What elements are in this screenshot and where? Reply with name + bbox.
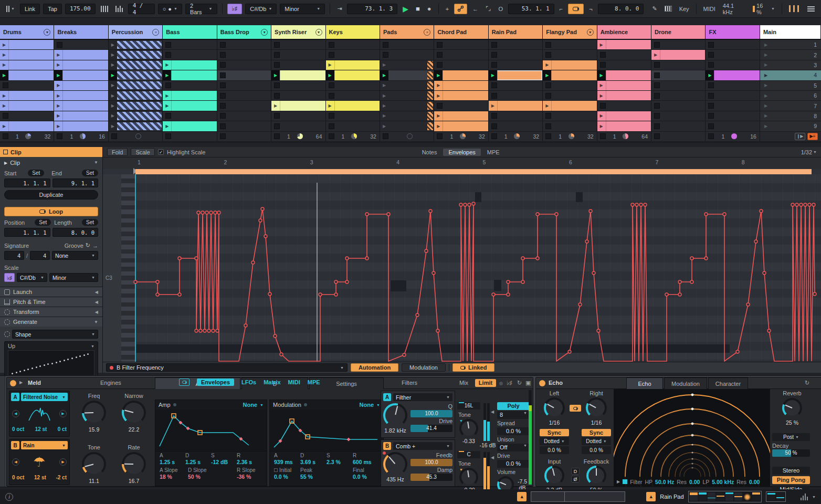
key-map-button[interactable]: Key [677,4,691,14]
clip-playing-icon[interactable]: ▶ [271,70,280,80]
amp-r-slope[interactable]: -36 % [237,474,262,480]
shape-type-menu[interactable]: Up [8,343,15,349]
clip-slot[interactable] [489,50,543,60]
clip-slot[interactable]: ▶ [489,70,543,80]
clip-tab[interactable]: Clip [0,147,102,157]
clip-slot[interactable]: ▶ [0,91,54,101]
clip-slot[interactable]: ▶ [380,101,434,111]
re-enable-automation-icon[interactable]: ← [470,4,480,14]
clip-play-icon[interactable]: ▶ [163,91,171,100]
play-button[interactable]: ▶ [401,4,410,14]
clip-slot[interactable] [434,50,488,60]
engine-a-menu[interactable]: Filtered Noise▼ [21,393,68,401]
scene-play-icon[interactable]: ▶ [764,52,767,57]
clip-slot[interactable] [217,70,271,80]
clip-slot[interactable]: ▶ [109,40,163,50]
clip-play-icon[interactable]: ▶ [54,81,62,90]
echo-mode-stereo[interactable]: Stereo [772,467,810,475]
mod-decay[interactable]: 3.69 s [300,459,327,465]
echo-right-sync[interactable]: Sync [582,429,611,436]
engine-b-menu[interactable]: Rain▼ [21,441,68,449]
clip-slot[interactable]: ▶ [434,70,488,80]
clip-play-icon[interactable]: ▶ [109,91,117,100]
track-header-synth-riser[interactable]: Synth Riser▼ [271,25,325,40]
clip-slot[interactable]: ▶ [163,101,217,111]
clip-slot[interactable] [651,70,706,80]
scale-mode-icon[interactable]: ♭♯ [227,4,243,14]
clip-play-icon[interactable]: ▶ [109,81,117,90]
scene-row-5[interactable]: ▶5 [760,81,821,91]
clip-play-icon[interactable]: ▶ [543,101,551,110]
meld-on-off[interactable] [10,380,16,386]
clip-slot[interactable]: ▶ [54,101,108,111]
echo-hp-res[interactable]: 0.00 [689,479,700,485]
clip-play-icon[interactable]: ▶ [434,81,443,90]
duplicate-button[interactable]: Duplicate [4,190,98,200]
tap-tempo-button[interactable]: Tap [43,4,62,14]
clip-section-header[interactable]: ▶Clip▼ [0,157,102,169]
clip-slot[interactable] [326,121,380,131]
clip-slot[interactable] [271,81,325,91]
track-header-bass-drop[interactable]: Bass Drop▼ [217,25,271,40]
clip-scale-icon[interactable]: ♭♯ [4,273,15,282]
clip-playing-icon[interactable]: ▶ [543,70,551,80]
computer-midi-keyboard-icon[interactable] [662,4,674,14]
clip-slot[interactable] [597,50,651,60]
clip-slot[interactable]: ▶ [109,121,163,131]
clip-slot[interactable] [543,50,597,60]
filter-a-freq-knob[interactable] [383,403,407,427]
mod-final[interactable]: 0.0 % [353,474,379,480]
clip-playing-icon[interactable]: ▶ [326,70,334,80]
mod-release[interactable]: 600 ms [353,459,379,465]
cpu-meter[interactable]: 16 %▼ [751,4,777,14]
amp-d-slope[interactable]: 50 % [188,474,216,480]
main-track-header[interactable]: Main [760,25,821,40]
mix-b-meter[interactable] [483,452,490,490]
clip-play-icon[interactable]: ▶ [0,60,8,70]
clip-slot[interactable] [380,40,434,50]
stop-all-clips-button[interactable]: ❙▶ [795,133,805,140]
scene-row-7[interactable]: ▶7 [760,101,821,111]
clip-slot[interactable] [217,101,271,111]
device-view-toggle[interactable]: ▲ [646,492,656,501]
tempo-field[interactable]: 175.00 [65,4,96,14]
clip-play-icon[interactable]: ▶ [380,70,388,80]
scene-play-icon[interactable]: ▶ [764,73,767,78]
clip-play-icon[interactable]: ▶ [380,81,388,90]
clip-play-icon[interactable]: ▶ [380,60,388,70]
clip-slot[interactable]: ▶ [54,91,108,101]
clip-slot[interactable]: ▶ [0,101,54,111]
clip-slot[interactable]: ▶ [271,70,325,80]
clip-slot[interactable]: ▶ [543,70,597,80]
amp-envelope-graph[interactable] [155,410,267,452]
clip-play-icon[interactable]: ▶ [54,50,62,59]
nudge-up-icon[interactable] [113,4,125,14]
scene-row-2[interactable]: ▶2 [760,50,821,60]
clip-slot[interactable]: ▶ [54,60,108,70]
highlight-scale-checkbox[interactable]: ✓ [158,149,164,155]
session-view-toggle-icon[interactable] [787,4,802,14]
set-length-button[interactable]: Set [82,219,98,226]
filter-b-type-menu[interactable]: Comb +▼ [393,442,452,450]
clip-play-icon[interactable]: ▶ [109,40,117,49]
clip-slot[interactable] [543,40,597,50]
launch-section[interactable]: Launch◀ [0,287,102,297]
clip-play-icon[interactable]: ▶ [380,91,388,100]
track-header-drums[interactable]: Drums▼ [0,25,54,40]
clip-end-field[interactable]: 9. 1. 1 [52,178,99,187]
spread-field[interactable]: 0.0 % [497,427,530,435]
clip-slot[interactable]: ▶ [434,111,488,121]
clip-slot[interactable]: ▶ [597,81,651,91]
signature-numerator-field[interactable]: 4 [4,251,24,260]
clip-slot[interactable]: ▶ [434,91,488,101]
commit-groove-icon[interactable]: ↻ [86,242,90,249]
clip-play-icon[interactable]: ▶ [489,101,497,110]
amp-decay[interactable]: 1.25 s [185,459,211,465]
clip-slot[interactable] [706,91,760,101]
clip-slot[interactable]: ▶ [706,70,760,80]
time-signature-field[interactable]: 4 / 4 [128,4,155,14]
clip-slot[interactable] [271,111,325,121]
unison-menu[interactable]: Off▼ [497,444,530,452]
signature-denominator-field[interactable]: 4 [30,251,50,260]
clip-slot[interactable]: ▶ [326,60,380,70]
